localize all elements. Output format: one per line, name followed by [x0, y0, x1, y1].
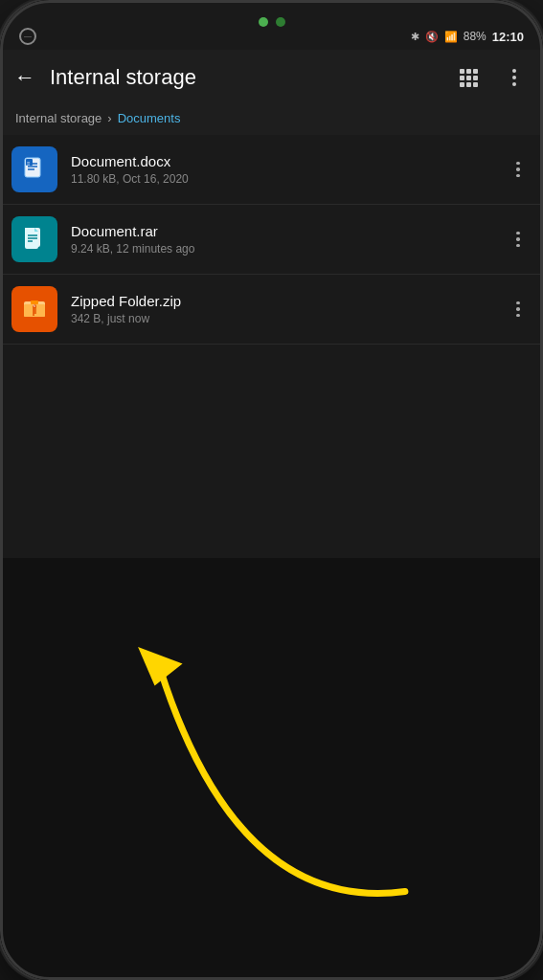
list-item[interactable]: ≡ Document.docx 11.80 kB, Oct 16, 2020 — [0, 135, 543, 205]
bluetooth-icon: ✱ — [411, 31, 419, 43]
file-meta: 11.80 kB, Oct 16, 2020 — [71, 172, 501, 186]
camera-dot-2 — [276, 17, 285, 27]
notification-icon — [19, 28, 36, 45]
annotation-arrow — [0, 558, 543, 981]
wifi-icon: 📶 — [444, 31, 458, 43]
file-more-options-1[interactable] — [501, 222, 535, 256]
breadcrumb: Internal storage › Documents — [0, 105, 543, 135]
file-meta: 342 B, just now — [71, 312, 501, 325]
more-dot — [516, 314, 520, 318]
file-icon-docx: ≡ — [11, 146, 57, 192]
more-dot — [516, 301, 520, 305]
file-name: Zipped Folder.zip — [71, 293, 501, 309]
file-icon-rar — [11, 216, 57, 262]
battery-level: 88% — [464, 30, 486, 43]
file-more-options-2[interactable] — [501, 292, 535, 326]
breadcrumb-root[interactable]: Internal storage — [15, 111, 102, 125]
grid-view-button[interactable] — [447, 56, 489, 99]
breadcrumb-current: Documents — [118, 111, 181, 125]
more-options-button[interactable] — [493, 56, 535, 99]
list-item[interactable]: Document.rar 9.24 kB, 12 minutes ago — [0, 205, 543, 275]
more-dot — [516, 162, 520, 166]
grid-icon — [460, 69, 478, 87]
top-actions — [447, 56, 535, 99]
annotation-area — [0, 558, 543, 981]
svg-text:%: % — [33, 304, 35, 308]
page-title: Internal storage — [50, 65, 447, 90]
file-info: Document.docx 11.80 kB, Oct 16, 2020 — [71, 153, 501, 186]
file-meta: 9.24 kB, 12 minutes ago — [71, 242, 501, 256]
status-left — [19, 28, 36, 45]
file-info: Document.rar 9.24 kB, 12 minutes ago — [71, 223, 501, 256]
file-name: Document.rar — [71, 223, 501, 239]
file-icon-zip: % — [11, 286, 57, 332]
camera-area — [259, 17, 285, 27]
more-dot — [516, 174, 520, 178]
phone-frame: ✱ 🔇 📶 88% 12:10 ← Internal storage — [0, 0, 543, 980]
file-name: Document.docx — [71, 153, 501, 169]
more-dot — [516, 237, 520, 241]
back-button[interactable]: ← — [4, 56, 46, 99]
more-icon — [512, 69, 516, 86]
file-list: ≡ Document.docx 11.80 kB, Oct 16, 2020 — [0, 135, 543, 558]
file-info: Zipped Folder.zip 342 B, just now — [71, 293, 501, 325]
top-bar: ← Internal storage — [0, 50, 543, 105]
file-more-options-0[interactable] — [501, 152, 535, 187]
svg-text:≡: ≡ — [27, 161, 31, 167]
breadcrumb-separator: › — [107, 111, 111, 125]
status-right: ✱ 🔇 📶 88% 12:10 — [411, 30, 524, 44]
mute-icon: 🔇 — [425, 31, 439, 43]
clock: 12:10 — [492, 30, 524, 44]
rar-icon — [21, 226, 48, 253]
docx-icon: ≡ — [21, 156, 48, 183]
camera-dot-1 — [259, 17, 268, 27]
back-arrow-icon: ← — [14, 67, 35, 88]
more-dot — [516, 307, 520, 311]
more-dot — [516, 244, 520, 248]
more-dot — [516, 232, 520, 235]
list-item[interactable]: % Zipped Folder.zip 342 B, just now — [0, 275, 543, 345]
more-dot — [516, 167, 520, 171]
zip-icon: % — [21, 296, 48, 323]
svg-marker-21 — [138, 646, 182, 685]
